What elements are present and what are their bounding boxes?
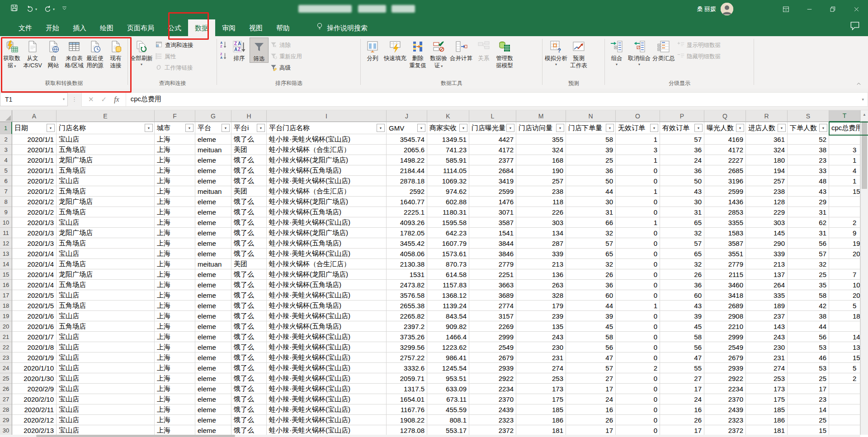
cell-J29[interactable]: 1908.22 (387, 415, 427, 425)
cell-S28[interactable]: 14 (788, 404, 829, 415)
cell-P21[interactable]: 58 (660, 332, 704, 342)
cell-L12[interactable]: 3844 (469, 238, 516, 249)
cell-F6[interactable]: 上海 (155, 176, 195, 186)
cell-K3[interactable]: 741.23 (427, 145, 469, 155)
cell-G15[interactable]: eleme (195, 269, 231, 280)
column-header-M[interactable]: M (516, 110, 566, 122)
cell-S9[interactable]: 31 (788, 207, 829, 217)
cell-J4[interactable]: 1498.22 (387, 155, 427, 165)
cell-F17[interactable]: 上海 (155, 290, 195, 301)
cell-J23[interactable]: 2757.22 (387, 352, 427, 363)
cell-F7[interactable]: 上海 (155, 186, 195, 197)
cell-H29[interactable]: 饿了么 (231, 415, 267, 425)
cell-N14[interactable]: 32 (566, 259, 616, 269)
cell-E3[interactable]: 五角场店 (57, 145, 155, 155)
cell-P8[interactable]: 30 (660, 197, 704, 207)
cell-E17[interactable]: 宝山店 (57, 290, 155, 301)
cell-H14[interactable]: 美团 (231, 259, 267, 269)
cell-A3[interactable]: 2020/1/1 (12, 145, 57, 155)
cell-F29[interactable]: 上海 (155, 415, 195, 425)
cell-R22[interactable]: 230 (746, 342, 788, 352)
ribbon-display-options-button[interactable] (774, 0, 797, 18)
cell-E26[interactable]: 宝山店 (57, 384, 155, 394)
cell-L4[interactable]: 2377 (469, 155, 516, 165)
cell-A19[interactable]: 2020/1/6 (12, 311, 57, 321)
cell-P10[interactable]: 65 (660, 217, 704, 228)
cell-A23[interactable]: 2020/1/9 (12, 352, 57, 363)
cell-G4[interactable]: eleme (195, 155, 231, 165)
cell-I3[interactable]: 蛙小辣火锅杯（合生汇店） (267, 145, 387, 155)
cell-H22[interactable]: 饿了么 (231, 342, 267, 352)
cell-F20[interactable]: 上海 (155, 321, 195, 332)
row-header-27[interactable]: 27 (0, 394, 12, 404)
row-header-17[interactable]: 17 (0, 290, 12, 301)
cell-J28[interactable]: 1167.76 (387, 404, 427, 415)
cell-L9[interactable]: 3071 (469, 207, 516, 217)
tab-help[interactable]: 帮助 (269, 19, 297, 36)
cell-Q13[interactable]: 3551 (704, 249, 746, 259)
cell-I28[interactable]: 蛙小辣·美蛙火锅杯(宝山店) (267, 404, 387, 415)
cell-G5[interactable]: eleme (195, 165, 231, 176)
cell-I10[interactable]: 蛙小辣·美蛙火锅杯(宝山店) (267, 217, 387, 228)
cell-E18[interactable]: 五角场店 (57, 301, 155, 311)
column-header-P[interactable]: P (660, 110, 704, 122)
cell-G14[interactable]: meituan (195, 259, 231, 269)
cell-G8[interactable]: eleme (195, 197, 231, 207)
cell-P5[interactable]: 36 (660, 165, 704, 176)
cell-K11[interactable]: 642.23 (427, 228, 469, 238)
cell-O19[interactable]: 0 (616, 311, 660, 321)
cell-S26[interactable]: 17 (788, 384, 829, 394)
cell-A20[interactable]: 2020/1/6 (12, 321, 57, 332)
tab-review[interactable]: 审阅 (215, 19, 242, 36)
ribbon-button-from-web[interactable]: 自网站 (43, 38, 64, 70)
cell-K23[interactable]: 986.41 (427, 352, 469, 363)
cell-E23[interactable]: 宝山店 (57, 352, 155, 363)
cell-J13[interactable]: 4058.06 (387, 249, 427, 259)
cell-G30[interactable]: eleme (195, 425, 231, 436)
cell-A4[interactable]: 2020/1/1 (12, 155, 57, 165)
cell-M11[interactable]: 134 (516, 228, 566, 238)
cell-Q25[interactable]: 2922 (704, 373, 746, 384)
row-header-26[interactable]: 26 (0, 384, 12, 394)
cell-O17[interactable]: 0 (616, 290, 660, 301)
cell-I24[interactable]: 蛙小辣·美蛙火锅杯(宝山店) (267, 363, 387, 373)
cell-Q7[interactable]: 2599 (704, 186, 746, 197)
cell-K5[interactable]: 1114.05 (427, 165, 469, 176)
cell-Q15[interactable]: 2115 (704, 269, 746, 280)
cell-L26[interactable]: 2234 (469, 384, 516, 394)
cell-O14[interactable]: 0 (616, 259, 660, 269)
cell-O2[interactable]: 1 (616, 134, 660, 145)
cell-S14[interactable]: 32 (788, 259, 829, 269)
ribbon-button-flash-fill[interactable]: 快速填充 (383, 38, 407, 62)
cell-F25[interactable]: 上海 (155, 373, 195, 384)
cell-J7[interactable]: 2592 (387, 186, 427, 197)
cell-H10[interactable]: 饿了么 (231, 217, 267, 228)
field-header-S[interactable]: 下单人数▼ (788, 122, 829, 134)
cell-A9[interactable]: 2020/1/2 (12, 207, 57, 217)
column-header-L[interactable]: L (469, 110, 516, 122)
cell-H5[interactable]: 饿了么 (231, 165, 267, 176)
cell-I4[interactable]: 蛙小辣火锅杯(龙阳广场店) (267, 155, 387, 165)
cell-J3[interactable]: 2065.6 (387, 145, 427, 155)
cell-H4[interactable]: 饿了么 (231, 155, 267, 165)
tab-file[interactable]: 文件 (12, 19, 39, 36)
ribbon-button-existing-connections[interactable]: 现有连接 (105, 38, 126, 70)
cell-O15[interactable]: 0 (616, 269, 660, 280)
cell-Q20[interactable]: 2210 (704, 321, 746, 332)
field-header-L[interactable]: 门店曝光量▼ (469, 122, 516, 134)
cell-K7[interactable]: 974.62 (427, 186, 469, 197)
cell-O8[interactable]: 0 (616, 197, 660, 207)
cell-H2[interactable]: 饿了么 (231, 134, 267, 145)
tab-draw[interactable]: 绘图 (93, 19, 120, 36)
cell-M16[interactable]: 263 (516, 280, 566, 290)
filter-button[interactable]: ▼ (606, 124, 614, 132)
cell-R27[interactable]: 175 (746, 394, 788, 404)
cell-N12[interactable]: 57 (566, 238, 616, 249)
ribbon-button-sort-ascending[interactable]: AZ (220, 41, 227, 50)
cell-F9[interactable]: 上海 (155, 207, 195, 217)
row-header-11[interactable]: 11 (0, 228, 12, 238)
expand-formula-bar-icon[interactable]: ▾ (862, 97, 864, 102)
cell-G10[interactable]: eleme (195, 217, 231, 228)
cell-R20[interactable]: 143 (746, 321, 788, 332)
cell-E24[interactable]: 宝山店 (57, 363, 155, 373)
